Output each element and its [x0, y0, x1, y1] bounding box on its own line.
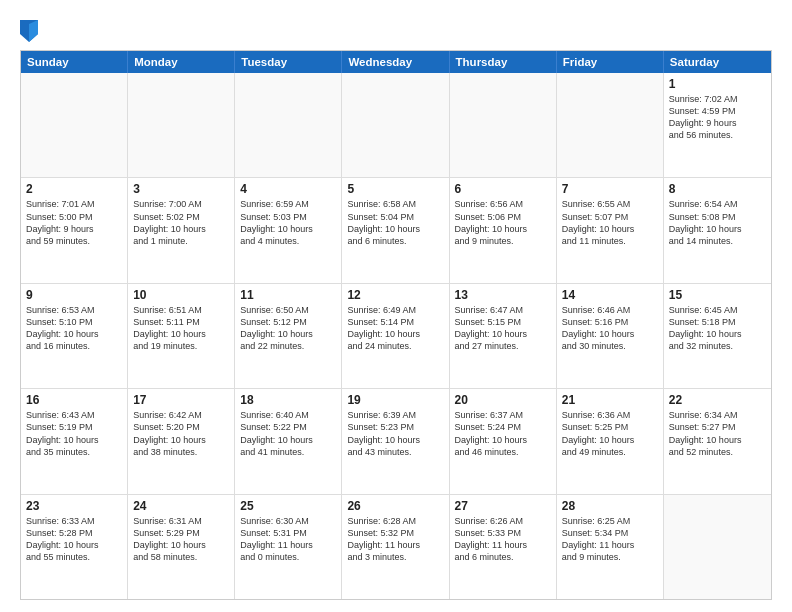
header-day-friday: Friday [557, 51, 664, 73]
calendar-cell: 7Sunrise: 6:55 AM Sunset: 5:07 PM Daylig… [557, 178, 664, 282]
calendar-cell: 4Sunrise: 6:59 AM Sunset: 5:03 PM Daylig… [235, 178, 342, 282]
day-details: Sunrise: 6:53 AM Sunset: 5:10 PM Dayligh… [26, 304, 122, 353]
day-number: 19 [347, 393, 443, 407]
day-details: Sunrise: 6:26 AM Sunset: 5:33 PM Dayligh… [455, 515, 551, 564]
day-details: Sunrise: 6:55 AM Sunset: 5:07 PM Dayligh… [562, 198, 658, 247]
calendar-cell [450, 73, 557, 177]
day-number: 17 [133, 393, 229, 407]
header [20, 16, 772, 42]
day-number: 4 [240, 182, 336, 196]
day-number: 11 [240, 288, 336, 302]
calendar-cell: 9Sunrise: 6:53 AM Sunset: 5:10 PM Daylig… [21, 284, 128, 388]
logo-icon [20, 20, 38, 42]
calendar-cell: 24Sunrise: 6:31 AM Sunset: 5:29 PM Dayli… [128, 495, 235, 599]
calendar-cell: 23Sunrise: 6:33 AM Sunset: 5:28 PM Dayli… [21, 495, 128, 599]
calendar-cell [128, 73, 235, 177]
day-details: Sunrise: 6:59 AM Sunset: 5:03 PM Dayligh… [240, 198, 336, 247]
day-number: 9 [26, 288, 122, 302]
day-number: 15 [669, 288, 766, 302]
day-details: Sunrise: 6:42 AM Sunset: 5:20 PM Dayligh… [133, 409, 229, 458]
day-details: Sunrise: 6:50 AM Sunset: 5:12 PM Dayligh… [240, 304, 336, 353]
calendar-cell: 28Sunrise: 6:25 AM Sunset: 5:34 PM Dayli… [557, 495, 664, 599]
day-number: 28 [562, 499, 658, 513]
day-number: 23 [26, 499, 122, 513]
day-details: Sunrise: 6:36 AM Sunset: 5:25 PM Dayligh… [562, 409, 658, 458]
day-details: Sunrise: 6:25 AM Sunset: 5:34 PM Dayligh… [562, 515, 658, 564]
calendar-cell: 17Sunrise: 6:42 AM Sunset: 5:20 PM Dayli… [128, 389, 235, 493]
day-details: Sunrise: 6:33 AM Sunset: 5:28 PM Dayligh… [26, 515, 122, 564]
calendar-cell [342, 73, 449, 177]
calendar-cell: 16Sunrise: 6:43 AM Sunset: 5:19 PM Dayli… [21, 389, 128, 493]
day-number: 24 [133, 499, 229, 513]
calendar-row-3: 16Sunrise: 6:43 AM Sunset: 5:19 PM Dayli… [21, 389, 771, 494]
day-details: Sunrise: 6:31 AM Sunset: 5:29 PM Dayligh… [133, 515, 229, 564]
day-details: Sunrise: 6:47 AM Sunset: 5:15 PM Dayligh… [455, 304, 551, 353]
day-number: 16 [26, 393, 122, 407]
day-number: 25 [240, 499, 336, 513]
day-details: Sunrise: 7:02 AM Sunset: 4:59 PM Dayligh… [669, 93, 766, 142]
calendar-cell: 2Sunrise: 7:01 AM Sunset: 5:00 PM Daylig… [21, 178, 128, 282]
header-day-thursday: Thursday [450, 51, 557, 73]
day-details: Sunrise: 6:40 AM Sunset: 5:22 PM Dayligh… [240, 409, 336, 458]
calendar-cell [557, 73, 664, 177]
page: SundayMondayTuesdayWednesdayThursdayFrid… [0, 0, 792, 612]
day-details: Sunrise: 7:00 AM Sunset: 5:02 PM Dayligh… [133, 198, 229, 247]
header-day-sunday: Sunday [21, 51, 128, 73]
calendar-cell: 6Sunrise: 6:56 AM Sunset: 5:06 PM Daylig… [450, 178, 557, 282]
day-number: 27 [455, 499, 551, 513]
day-details: Sunrise: 6:37 AM Sunset: 5:24 PM Dayligh… [455, 409, 551, 458]
calendar-cell: 12Sunrise: 6:49 AM Sunset: 5:14 PM Dayli… [342, 284, 449, 388]
calendar-cell: 3Sunrise: 7:00 AM Sunset: 5:02 PM Daylig… [128, 178, 235, 282]
calendar-cell: 14Sunrise: 6:46 AM Sunset: 5:16 PM Dayli… [557, 284, 664, 388]
day-number: 6 [455, 182, 551, 196]
day-number: 22 [669, 393, 766, 407]
day-details: Sunrise: 6:34 AM Sunset: 5:27 PM Dayligh… [669, 409, 766, 458]
calendar-row-1: 2Sunrise: 7:01 AM Sunset: 5:00 PM Daylig… [21, 178, 771, 283]
calendar-cell: 10Sunrise: 6:51 AM Sunset: 5:11 PM Dayli… [128, 284, 235, 388]
calendar-cell: 25Sunrise: 6:30 AM Sunset: 5:31 PM Dayli… [235, 495, 342, 599]
day-details: Sunrise: 6:43 AM Sunset: 5:19 PM Dayligh… [26, 409, 122, 458]
day-number: 1 [669, 77, 766, 91]
day-details: Sunrise: 6:54 AM Sunset: 5:08 PM Dayligh… [669, 198, 766, 247]
calendar-cell [664, 495, 771, 599]
header-day-wednesday: Wednesday [342, 51, 449, 73]
calendar-cell: 5Sunrise: 6:58 AM Sunset: 5:04 PM Daylig… [342, 178, 449, 282]
day-number: 5 [347, 182, 443, 196]
day-number: 10 [133, 288, 229, 302]
calendar-row-2: 9Sunrise: 6:53 AM Sunset: 5:10 PM Daylig… [21, 284, 771, 389]
calendar-cell [235, 73, 342, 177]
calendar-cell: 19Sunrise: 6:39 AM Sunset: 5:23 PM Dayli… [342, 389, 449, 493]
calendar-cell: 8Sunrise: 6:54 AM Sunset: 5:08 PM Daylig… [664, 178, 771, 282]
day-number: 26 [347, 499, 443, 513]
day-number: 3 [133, 182, 229, 196]
day-details: Sunrise: 6:28 AM Sunset: 5:32 PM Dayligh… [347, 515, 443, 564]
calendar-cell: 18Sunrise: 6:40 AM Sunset: 5:22 PM Dayli… [235, 389, 342, 493]
day-number: 13 [455, 288, 551, 302]
header-day-monday: Monday [128, 51, 235, 73]
calendar-cell: 21Sunrise: 6:36 AM Sunset: 5:25 PM Dayli… [557, 389, 664, 493]
day-details: Sunrise: 6:39 AM Sunset: 5:23 PM Dayligh… [347, 409, 443, 458]
calendar-cell: 22Sunrise: 6:34 AM Sunset: 5:27 PM Dayli… [664, 389, 771, 493]
calendar-cell: 13Sunrise: 6:47 AM Sunset: 5:15 PM Dayli… [450, 284, 557, 388]
day-details: Sunrise: 6:49 AM Sunset: 5:14 PM Dayligh… [347, 304, 443, 353]
calendar-cell: 26Sunrise: 6:28 AM Sunset: 5:32 PM Dayli… [342, 495, 449, 599]
calendar-cell [21, 73, 128, 177]
day-details: Sunrise: 6:30 AM Sunset: 5:31 PM Dayligh… [240, 515, 336, 564]
day-number: 18 [240, 393, 336, 407]
day-number: 2 [26, 182, 122, 196]
day-number: 8 [669, 182, 766, 196]
calendar-cell: 20Sunrise: 6:37 AM Sunset: 5:24 PM Dayli… [450, 389, 557, 493]
calendar: SundayMondayTuesdayWednesdayThursdayFrid… [20, 50, 772, 600]
calendar-cell: 15Sunrise: 6:45 AM Sunset: 5:18 PM Dayli… [664, 284, 771, 388]
day-details: Sunrise: 7:01 AM Sunset: 5:00 PM Dayligh… [26, 198, 122, 247]
day-details: Sunrise: 6:46 AM Sunset: 5:16 PM Dayligh… [562, 304, 658, 353]
day-details: Sunrise: 6:45 AM Sunset: 5:18 PM Dayligh… [669, 304, 766, 353]
calendar-row-0: 1Sunrise: 7:02 AM Sunset: 4:59 PM Daylig… [21, 73, 771, 178]
day-number: 21 [562, 393, 658, 407]
calendar-cell: 27Sunrise: 6:26 AM Sunset: 5:33 PM Dayli… [450, 495, 557, 599]
calendar-header: SundayMondayTuesdayWednesdayThursdayFrid… [21, 51, 771, 73]
day-number: 20 [455, 393, 551, 407]
header-day-saturday: Saturday [664, 51, 771, 73]
day-number: 7 [562, 182, 658, 196]
logo [20, 20, 40, 42]
